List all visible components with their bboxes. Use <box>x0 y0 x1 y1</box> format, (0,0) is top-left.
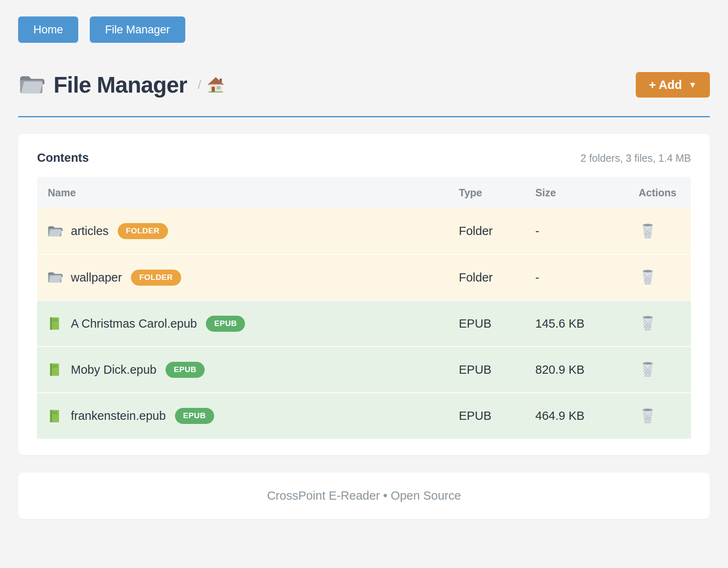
add-button[interactable]: + Add ▼ <box>636 72 710 98</box>
contents-panel: Contents 2 folders, 3 files, 1.4 MB Name… <box>18 134 710 455</box>
table-row[interactable]: A Christmas Carol.epub EPUB EPUB 145.6 K… <box>37 300 691 347</box>
size-cell: 464.9 KB <box>535 393 639 439</box>
type-badge: EPUB <box>206 316 245 332</box>
delete-button[interactable] <box>641 223 654 240</box>
title-divider <box>18 116 710 117</box>
house-icon[interactable] <box>201 77 224 93</box>
type-cell: EPUB <box>459 393 535 439</box>
delete-button[interactable] <box>641 361 654 378</box>
page-title: File Manager <box>54 72 187 98</box>
file-name[interactable]: A Christmas Carol.epub <box>71 317 197 331</box>
type-badge: FOLDER <box>131 270 181 286</box>
trash-icon <box>641 315 654 331</box>
title-wrap: File Manager / <box>18 72 224 98</box>
folder-icon <box>18 74 44 96</box>
footer-text: CrossPoint E-Reader • Open Source <box>267 489 461 503</box>
contents-summary: 2 folders, 3 files, 1.4 MB <box>581 152 691 164</box>
file-name[interactable]: articles <box>71 224 109 238</box>
type-cell: EPUB <box>459 300 535 347</box>
nav-file-manager-button[interactable]: File Manager <box>90 16 185 43</box>
file-name[interactable]: frankenstein.epub <box>71 409 166 423</box>
trash-icon <box>641 223 654 238</box>
table-header-row: Name Type Size Actions <box>37 177 691 208</box>
type-badge: EPUB <box>175 408 214 424</box>
type-badge: EPUB <box>166 362 205 378</box>
type-cell: Folder <box>459 254 535 300</box>
breadcrumb-separator: / <box>198 78 201 92</box>
file-name[interactable]: wallpaper <box>71 271 122 284</box>
delete-button[interactable] <box>641 269 654 286</box>
table-row[interactable]: wallpaper FOLDER Folder - <box>37 254 691 300</box>
book-icon <box>47 317 63 331</box>
panel-title: Contents <box>37 151 89 165</box>
folder-icon <box>47 270 63 284</box>
trash-icon <box>641 407 654 423</box>
column-header-name: Name <box>37 177 459 208</box>
file-table: Name Type Size Actions articles FOLDER F… <box>37 177 691 439</box>
table-row[interactable]: frankenstein.epub EPUB EPUB 464.9 KB <box>37 393 691 439</box>
trash-icon <box>641 269 654 284</box>
size-cell: - <box>535 254 639 300</box>
book-icon <box>47 363 63 377</box>
folder-icon <box>47 224 63 238</box>
contents-header: Contents 2 folders, 3 files, 1.4 MB <box>37 151 691 165</box>
footer: CrossPoint E-Reader • Open Source <box>18 473 710 519</box>
nav-home-button[interactable]: Home <box>18 16 78 43</box>
trash-icon <box>641 361 654 377</box>
column-header-type: Type <box>459 177 535 208</box>
size-cell: - <box>535 208 639 254</box>
type-cell: Folder <box>459 208 535 254</box>
type-badge: FOLDER <box>118 223 168 239</box>
column-header-actions: Actions <box>639 177 691 208</box>
chevron-down-icon: ▼ <box>688 80 697 90</box>
table-row[interactable]: Moby Dick.epub EPUB EPUB 820.9 KB <box>37 347 691 393</box>
table-row[interactable]: articles FOLDER Folder - <box>37 208 691 254</box>
size-cell: 820.9 KB <box>535 347 639 393</box>
file-name[interactable]: Moby Dick.epub <box>71 363 156 377</box>
delete-button[interactable] <box>641 407 654 424</box>
top-nav: Home File Manager <box>18 16 710 43</box>
size-cell: 145.6 KB <box>535 300 639 347</box>
file-manager-page: Home File Manager File Manager / + Add ▼… <box>0 0 728 519</box>
page-header: File Manager / + Add ▼ <box>18 72 710 98</box>
type-cell: EPUB <box>459 347 535 393</box>
delete-button[interactable] <box>641 315 654 332</box>
add-button-label: + Add <box>649 78 682 92</box>
column-header-size: Size <box>535 177 639 208</box>
book-icon <box>47 409 63 423</box>
